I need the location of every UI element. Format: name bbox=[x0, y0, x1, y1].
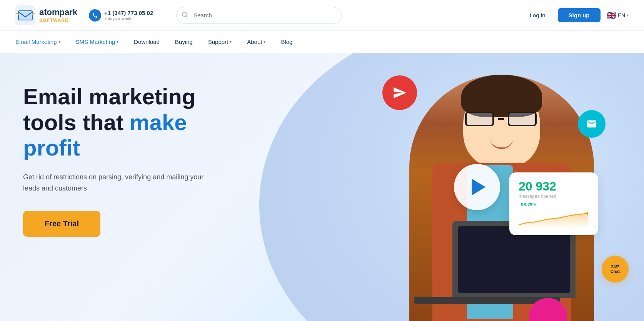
send-icon-bubble bbox=[382, 75, 417, 110]
search-bar bbox=[176, 7, 342, 24]
stats-chart bbox=[519, 211, 589, 228]
nav-item-sms-marketing[interactable]: SMS Marketing ▾ bbox=[76, 38, 119, 45]
stats-card: 20 932 messages opened ↑98.79% bbox=[509, 172, 598, 235]
phone-details: +1 (347) 773 05 02 7 days a week bbox=[104, 10, 153, 21]
chat-badge[interactable]: 24/7 Chat bbox=[602, 256, 629, 283]
flag-icon: 🇬🇧 bbox=[607, 11, 616, 20]
lang-code: EN bbox=[618, 12, 625, 18]
free-trial-button[interactable]: Free Trial bbox=[23, 211, 100, 237]
header-actions: Log in Sign up 🇬🇧 EN ▾ bbox=[524, 8, 629, 22]
svg-rect-1 bbox=[18, 11, 32, 20]
chevron-down-icon: ▾ bbox=[264, 40, 265, 44]
chevron-down-icon: ▾ bbox=[230, 40, 232, 44]
phone-icon bbox=[89, 9, 101, 22]
chevron-down-icon: ▾ bbox=[627, 13, 629, 17]
language-selector[interactable]: 🇬🇧 EN ▾ bbox=[607, 11, 629, 20]
stats-label: messages opened bbox=[519, 194, 589, 199]
hero-description: Get rid of restrictions on parsing, veri… bbox=[23, 172, 208, 194]
chevron-down-icon: ▾ bbox=[117, 40, 118, 44]
search-input[interactable] bbox=[176, 7, 342, 24]
logo-icon bbox=[15, 5, 35, 25]
play-icon bbox=[472, 179, 486, 196]
chevron-down-icon: ▾ bbox=[58, 40, 60, 44]
hero-section: Email marketing tools that make profit G… bbox=[0, 53, 644, 321]
svg-point-3 bbox=[182, 12, 187, 17]
nav-item-email-marketing[interactable]: Email Marketing ▾ bbox=[15, 38, 60, 45]
search-icon bbox=[182, 12, 188, 19]
email-icon-bubble bbox=[578, 110, 606, 138]
login-button[interactable]: Log in bbox=[524, 9, 552, 22]
main-nav: Email Marketing ▾ SMS Marketing ▾ Downlo… bbox=[0, 31, 644, 53]
nav-item-support[interactable]: Support ▾ bbox=[208, 38, 232, 45]
nav-item-buying[interactable]: Buying bbox=[175, 38, 193, 45]
signup-button[interactable]: Sign up bbox=[558, 8, 601, 22]
header: atompark software +1 (347) 773 05 02 7 d… bbox=[0, 0, 644, 31]
nav-item-blog[interactable]: Blog bbox=[281, 38, 292, 45]
hero-left: Email marketing tools that make profit G… bbox=[0, 53, 239, 321]
hero-title: Email marketing tools that make profit bbox=[23, 84, 215, 161]
hero-right: 20 932 messages opened ↑98.79% bbox=[239, 53, 644, 321]
play-button[interactable] bbox=[454, 164, 500, 210]
stats-number: 20 932 bbox=[519, 179, 589, 194]
logo-text: atompark software bbox=[39, 7, 77, 23]
phone-area: +1 (347) 773 05 02 7 days a week bbox=[89, 9, 153, 22]
nav-item-about[interactable]: About ▾ bbox=[247, 38, 265, 45]
stats-trend: ↑98.79% bbox=[519, 202, 589, 207]
logo[interactable]: atompark software bbox=[15, 5, 77, 25]
nav-item-download[interactable]: Download bbox=[134, 38, 160, 45]
